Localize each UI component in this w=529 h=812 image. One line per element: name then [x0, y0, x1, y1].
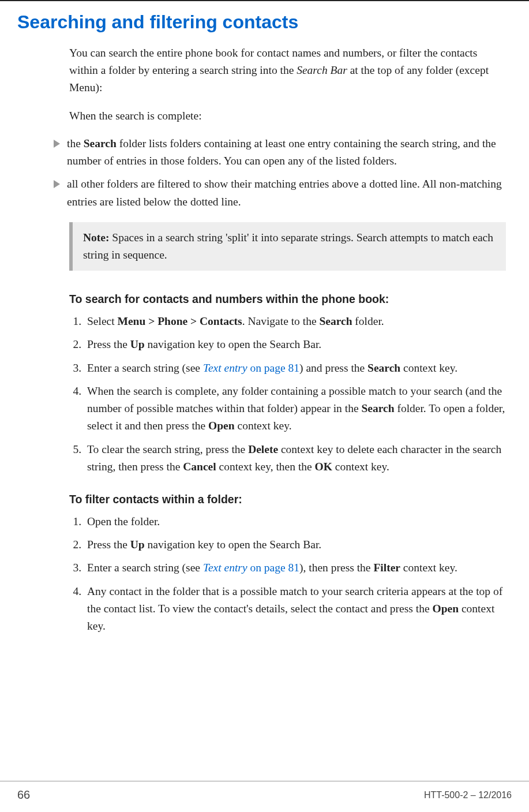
text-run: ) and press the [299, 362, 367, 374]
list-item: Enter a search string (see Text entry on… [84, 360, 506, 377]
text-run-italic: Search Bar [297, 64, 347, 76]
text-run: context key, then the [216, 461, 315, 473]
filter-steps: Open the folder. Press the Up navigation… [69, 513, 506, 635]
text-run: folder. [352, 315, 384, 327]
text-run: To clear the search string, press the [87, 443, 248, 455]
list-item: Enter a search string (see Text entry on… [84, 559, 506, 577]
bullet-list: the Search folder lists folders containi… [69, 135, 506, 211]
text-run: Enter a search string (see [87, 362, 203, 374]
text-run-bold: Up [130, 538, 145, 551]
list-item: Press the Up navigation key to open the … [84, 536, 506, 553]
link-page-ref[interactable]: on page 81 [247, 362, 299, 374]
text-run: context key. [332, 461, 389, 473]
text-run-bold: Search [319, 315, 352, 327]
text-run: Press the [87, 338, 130, 350]
text-run: Select [87, 315, 118, 327]
link-page-ref[interactable]: on page 81 [247, 562, 299, 574]
note-box: Note: Spaces in a search string 'split' … [69, 222, 506, 271]
note-label: Note: [83, 231, 109, 244]
text-run: navigation key to open the Search Bar. [145, 338, 322, 350]
list-item: To clear the search string, press the De… [84, 441, 506, 476]
body-indent: You can search the entire phone book for… [69, 44, 506, 635]
list-item: Press the Up navigation key to open the … [84, 336, 506, 353]
intro-para-2: When the search is complete: [69, 107, 506, 125]
list-item: Any contact in the folder that is a poss… [84, 583, 506, 635]
page-number: 66 [17, 788, 30, 802]
text-run: context key. [400, 362, 457, 374]
page-footer: 66 HTT-500-2 – 12/2016 [0, 781, 529, 812]
text-run: navigation key to open the Search Bar. [145, 538, 322, 551]
filter-heading: To filter contacts within a folder: [69, 493, 506, 506]
search-steps: Select Menu > Phone > Contacts. Navigate… [69, 313, 506, 476]
triangle-icon [54, 140, 60, 148]
bullet-text: the Search folder lists folders containi… [67, 135, 506, 170]
text-run-bold: Cancel [183, 461, 216, 473]
bullet-item: all other folders are filtered to show t… [69, 175, 506, 210]
text-run-bold: OK [315, 461, 332, 473]
bullet-item: the Search folder lists folders containi… [69, 135, 506, 170]
bullet-text: all other folders are filtered to show t… [67, 175, 506, 210]
triangle-icon [54, 180, 60, 188]
text-run-bold: Search [84, 137, 117, 149]
page-title: Searching and filtering contacts [17, 12, 512, 33]
document-id: HTT-500-2 – 12/2016 [424, 790, 512, 800]
link-text-entry[interactable]: Text entry [203, 562, 247, 574]
text-run: folder lists folders containing at least… [67, 137, 496, 167]
text-run: . Navigate to the [242, 315, 320, 327]
text-run-bold: Delete [248, 443, 278, 455]
text-run: context key. [235, 420, 292, 432]
text-run: context key. [400, 562, 457, 574]
list-item: Open the folder. [84, 513, 506, 530]
text-run: Press the [87, 538, 130, 551]
text-run-bold: Menu > Phone > Contacts [118, 315, 242, 327]
list-item: Select Menu > Phone > Contacts. Navigate… [84, 313, 506, 330]
note-text: Spaces in a search string 'split' it int… [83, 231, 493, 261]
list-item: When the search is complete, any folder … [84, 383, 506, 435]
text-run-bold: Up [130, 338, 145, 350]
text-run-bold: Search [367, 362, 400, 374]
link-text-entry[interactable]: Text entry [203, 362, 247, 374]
text-run: the [67, 137, 84, 149]
page-content: Searching and filtering contacts You can… [0, 1, 529, 635]
intro-para-1: You can search the entire phone book for… [69, 44, 506, 97]
text-run-bold: Open [208, 420, 235, 432]
text-run-bold: Open [433, 603, 459, 615]
text-run: Enter a search string (see [87, 562, 203, 574]
search-heading: To search for contacts and numbers withi… [69, 293, 506, 306]
text-run-bold: Search [361, 402, 394, 414]
text-run-bold: Filter [373, 562, 400, 574]
text-run: ), then press the [299, 562, 373, 574]
